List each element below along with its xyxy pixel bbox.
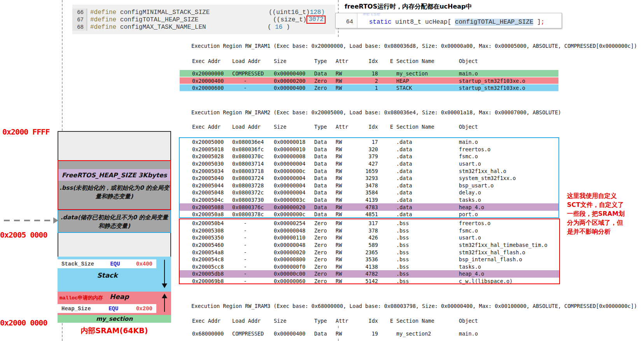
- address-label-middle: 0x2005 0000: [0, 230, 47, 240]
- cell-object: freertos.o: [459, 220, 559, 226]
- col-type: Type: [314, 124, 336, 130]
- macro-name: configTOTAL_HEAP_SIZE: [120, 16, 199, 23]
- col-object: Object: [459, 124, 558, 130]
- define-keyword: #define: [90, 24, 116, 31]
- cell-attr: RW: [336, 264, 359, 270]
- cell-object: port.o: [459, 211, 558, 217]
- cell-exec-addr: 0x200069b8: [180, 278, 232, 284]
- cell-idx: 320: [359, 146, 378, 152]
- cell-object: heap_4.o: [459, 271, 559, 277]
- table-row: 0x20005460 - 0x00000048 Zero RW 589 .bss…: [180, 241, 559, 249]
- bss-sections-red-box: 0x200050b4 - 0x00000254 Zero RW 317 .bss…: [179, 219, 560, 284]
- cell-section-name: .bss: [378, 249, 459, 255]
- cell-size: 0x00000004: [274, 175, 314, 181]
- cell-section-name: .data: [378, 161, 459, 167]
- cell-idx: 4139: [359, 197, 378, 203]
- cell-attr: RW: [336, 271, 359, 277]
- table-row: 0x20005044 0x08003728 0x00000004 Data RW…: [180, 182, 558, 189]
- col-attr: Attr: [336, 58, 359, 64]
- col-attr: Attr: [336, 318, 359, 324]
- cell-attr: RW: [336, 189, 359, 196]
- macro-name: configMAX_TASK_NAME_LEN: [120, 24, 206, 31]
- heap-size-value: 0x200: [136, 306, 152, 312]
- cell-size: 0x0000000c: [274, 211, 314, 217]
- col-load-addr: Load Addr: [232, 318, 274, 324]
- table-row: 0x20000600 - 0x00000400 Zero RW 1 STACK …: [180, 84, 558, 92]
- macro-name: configMINIMAL_STACK_SIZE: [120, 9, 210, 16]
- freertos-heap-bss-section: FreeRTOS_HEAP_SIZE 3Kbytes .bss(未初始化的，或初…: [58, 160, 171, 210]
- cell-object: usart.o: [459, 161, 558, 167]
- cell-size: 0x00000800: [274, 256, 314, 262]
- cell-exec-addr: 0x200050b4: [180, 220, 232, 226]
- cell-load-addr: 0x08003714: [232, 161, 274, 167]
- cell-object: tasks.o: [459, 197, 558, 203]
- cell-attr: RW: [336, 168, 359, 174]
- cell-load-addr: -: [232, 85, 274, 91]
- cell-section-name: .data: [378, 211, 459, 217]
- cell-object: stm32f1xx_hal_flash.o: [459, 249, 559, 255]
- cell-attr: RW: [336, 211, 359, 217]
- cell-idx: 5142: [359, 278, 378, 284]
- cell-exec-addr: 0x200050a8: [180, 211, 232, 217]
- cell-type: Zero: [314, 78, 336, 84]
- cell-section-name: .bss: [378, 264, 459, 270]
- cell-type: Zero: [314, 85, 336, 91]
- col-section-name: E Section Name: [378, 124, 459, 130]
- heap-size-equ-strip: Heap_Size EQU 0x200: [58, 304, 156, 313]
- line-number: 67: [72, 16, 87, 23]
- cell-object: fsmc.o: [459, 153, 558, 159]
- cell-idx: 427: [359, 161, 378, 167]
- cell-idx: 3536: [359, 256, 378, 262]
- cell-load-addr: COMPRESSED: [232, 331, 274, 337]
- cell-idx: 378: [359, 227, 378, 234]
- cell-exec-addr: 0x20005018: [180, 146, 232, 152]
- heap-label: Heap: [110, 293, 129, 301]
- cell-exec-addr: 0x20005cc8: [180, 264, 232, 270]
- iram2-region-title: Execution Region RW_IRAM2 (Exec base: 0x…: [191, 109, 561, 115]
- address-label-bottom: 0x2000 0000: [0, 318, 47, 327]
- cell-attr: RW: [336, 278, 359, 284]
- heap-grow-up-arrow: [164, 298, 165, 312]
- cell-type: Zero: [314, 264, 336, 270]
- cell-load-addr: COMPRESSED: [232, 70, 274, 77]
- cell-exec-addr: 0x20005088: [180, 204, 232, 210]
- cell-exec-addr: 0x20005030: [180, 161, 232, 167]
- cell-exec-addr: 0x200054c8: [180, 256, 232, 262]
- col-attr: Attr: [336, 124, 359, 130]
- cell-type: Zero: [314, 271, 336, 277]
- cell-attr: RW: [336, 139, 359, 145]
- cell-load-addr: 0x0800376c: [232, 204, 274, 210]
- cell-load-addr: 0x08003728: [232, 182, 274, 189]
- cell-load-addr: 0x0800378c: [232, 211, 274, 217]
- cell-section-name: .data: [378, 168, 459, 174]
- code-line-66: 66 #define configMINIMAL_STACK_SIZE ((ui…: [72, 9, 335, 16]
- col-size: Size: [274, 124, 314, 130]
- cell-object: c_w.l(libspace.o): [459, 278, 559, 284]
- cell-idx: 1659: [359, 168, 378, 174]
- table-row: 0x20005cc8 - 0x000000f0 Zero RW 4138 .bs…: [180, 263, 559, 271]
- cell-section-name: .data: [378, 204, 459, 210]
- table-row: 0x20000000 COMPRESSED 0x00000400 Data RW…: [180, 70, 558, 77]
- cell-attr: RW: [336, 249, 359, 255]
- cell-section-name: .bss: [378, 220, 459, 226]
- iram2-bss-table: 0x200050b4 - 0x00000254 Zero RW 317 .bss…: [180, 220, 559, 285]
- cell-section-name: .bss: [378, 271, 459, 277]
- cell-idx: 17: [359, 139, 378, 145]
- cell-object: heap_4.o: [459, 204, 558, 210]
- cell-idx: 18: [359, 70, 378, 77]
- cell-attr: RW: [336, 227, 359, 234]
- col-idx: Idx: [359, 124, 378, 130]
- cell-load-addr: 0x08003730: [232, 197, 274, 203]
- cell-attr: RW: [336, 161, 359, 167]
- cell-size: 0x00000020: [274, 204, 314, 210]
- heap-size-label: Heap_Size: [61, 306, 91, 312]
- cell-attr: RW: [336, 182, 359, 189]
- cell-load-addr: -: [232, 242, 274, 248]
- cell-object: stm32f1xx_hal_timebase_tim.o: [459, 242, 559, 248]
- cell-attr: RW: [336, 256, 359, 262]
- cell-idx: 4783: [359, 204, 378, 210]
- cell-size: 0x00000c00: [274, 271, 314, 277]
- cell-idx: 379: [359, 153, 378, 159]
- cell-exec-addr: 0x20005308: [180, 227, 232, 234]
- col-size: Size: [274, 58, 314, 64]
